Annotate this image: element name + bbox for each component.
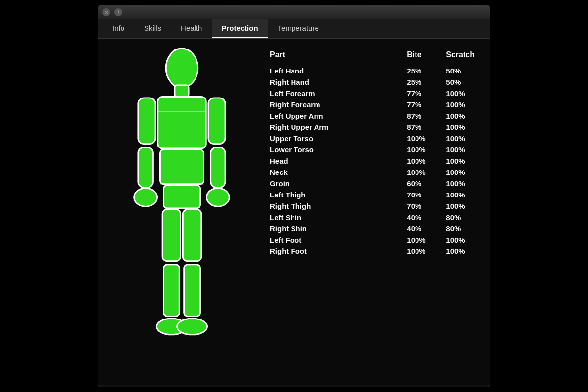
main-window: ✕ i Info Skills Health Protection Temper… [98, 5, 490, 387]
svg-point-16 [177, 318, 207, 335]
svg-rect-11 [162, 209, 181, 261]
cell-bite: 70% [397, 189, 436, 200]
cell-bite: 70% [397, 200, 436, 212]
cell-bite: 25% [397, 65, 436, 76]
tab-skills[interactable]: Skills [134, 19, 171, 38]
svg-point-7 [134, 188, 157, 207]
table-row: Left Hand25%50% [270, 65, 480, 76]
cell-bite: 100% [397, 155, 436, 167]
info-icon[interactable]: i [114, 8, 122, 16]
cell-scratch: 50% [436, 76, 480, 88]
table-row: Left Foot100%100% [270, 234, 480, 245]
table-row: Right Foot100%100% [270, 245, 480, 257]
cell-part: Neck [270, 167, 397, 178]
table-row: Right Upper Arm87%100% [270, 122, 480, 133]
cell-bite: 100% [397, 245, 436, 257]
svg-rect-6 [138, 147, 153, 188]
tab-info[interactable]: Info [102, 19, 134, 38]
table-row: Upper Torso100%100% [270, 133, 480, 144]
cell-scratch: 100% [436, 88, 480, 99]
cell-part: Right Upper Arm [270, 122, 397, 133]
cell-part: Head [270, 155, 397, 167]
cell-scratch: 100% [436, 167, 480, 178]
svg-rect-13 [163, 265, 179, 317]
cell-bite: 87% [397, 122, 436, 133]
cell-part: Right Hand [270, 76, 397, 88]
cell-scratch: 100% [436, 234, 480, 245]
cell-bite: 40% [397, 212, 436, 223]
table-row: Groin60%100% [270, 178, 480, 189]
cell-bite: 100% [397, 167, 436, 178]
cell-scratch: 80% [436, 223, 480, 234]
table-row: Right Forearm77%100% [270, 99, 480, 110]
cell-part: Upper Torso [270, 133, 397, 144]
cell-scratch: 100% [436, 155, 480, 167]
cell-part: Left Thigh [270, 189, 397, 200]
cell-part: Left Forearm [270, 88, 397, 99]
col-header-part: Part [270, 49, 397, 65]
cell-part: Left Upper Arm [270, 110, 397, 122]
table-row: Left Shin40%80% [270, 212, 480, 223]
table-row: Neck100%100% [270, 167, 480, 178]
svg-rect-14 [184, 265, 200, 317]
cell-part: Left Shin [270, 212, 397, 223]
svg-rect-3 [160, 149, 203, 184]
cell-scratch: 80% [436, 212, 480, 223]
cell-part: Right Thigh [270, 200, 397, 212]
cell-part: Left Foot [270, 234, 397, 245]
svg-rect-1 [175, 85, 189, 97]
data-panel: Part Bite Scratch Left Hand25%50%Right H… [265, 39, 490, 385]
cell-scratch: 100% [436, 245, 480, 257]
table-row: Left Upper Arm87%100% [270, 110, 480, 122]
cell-bite: 25% [397, 76, 436, 88]
content-area: Part Bite Scratch Left Hand25%50%Right H… [98, 39, 490, 385]
cell-part: Groin [270, 178, 397, 189]
cell-part: Left Hand [270, 65, 397, 76]
table-row: Right Hand25%50% [270, 76, 480, 88]
cell-scratch: 100% [436, 99, 480, 110]
tab-health[interactable]: Health [171, 19, 212, 38]
cell-part: Right Foot [270, 245, 397, 257]
table-row: Left Thigh70%100% [270, 189, 480, 200]
col-header-scratch: Scratch [436, 49, 480, 65]
cell-scratch: 100% [436, 178, 480, 189]
svg-rect-5 [138, 98, 155, 144]
cell-bite: 100% [397, 133, 436, 144]
table-row: Head100%100% [270, 155, 480, 167]
cell-part: Right Shin [270, 223, 397, 234]
cell-bite: 77% [397, 99, 436, 110]
table-row: Left Forearm77%100% [270, 88, 480, 99]
close-button[interactable]: ✕ [102, 8, 110, 16]
svg-rect-4 [163, 185, 200, 208]
svg-rect-12 [183, 209, 201, 261]
cell-bite: 87% [397, 110, 436, 122]
cell-bite: 100% [397, 234, 436, 245]
tab-bar: Info Skills Health Protection Temperatur… [98, 19, 490, 39]
cell-scratch: 100% [436, 189, 480, 200]
col-header-bite: Bite [397, 49, 436, 65]
cell-scratch: 50% [436, 65, 480, 76]
cell-scratch: 100% [436, 110, 480, 122]
cell-scratch: 100% [436, 122, 480, 133]
cell-part: Lower Torso [270, 144, 397, 155]
table-row: Right Shin40%80% [270, 223, 480, 234]
cell-scratch: 100% [436, 133, 480, 144]
body-figure [98, 39, 265, 385]
title-bar: ✕ i [98, 5, 490, 19]
protection-table: Part Bite Scratch Left Hand25%50%Right H… [270, 49, 480, 257]
svg-point-0 [166, 49, 198, 88]
cell-bite: 77% [397, 88, 436, 99]
cell-scratch: 100% [436, 144, 480, 155]
cell-bite: 60% [397, 178, 436, 189]
table-row: Lower Torso100%100% [270, 144, 480, 155]
tab-protection[interactable]: Protection [212, 19, 268, 38]
cell-bite: 40% [397, 223, 436, 234]
svg-rect-9 [211, 147, 225, 188]
svg-rect-2 [158, 97, 206, 149]
cell-part: Right Forearm [270, 99, 397, 110]
svg-point-10 [206, 188, 229, 207]
table-row: Right Thigh70%100% [270, 200, 480, 212]
svg-rect-8 [208, 98, 225, 144]
tab-temperature[interactable]: Temperature [268, 19, 329, 38]
cell-scratch: 100% [436, 200, 480, 212]
